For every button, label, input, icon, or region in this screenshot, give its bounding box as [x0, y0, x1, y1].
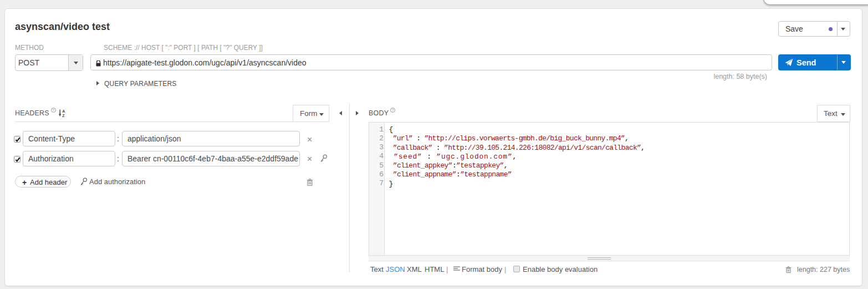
svg-text:A: A [62, 109, 65, 113]
svg-text:Z: Z [62, 114, 65, 118]
